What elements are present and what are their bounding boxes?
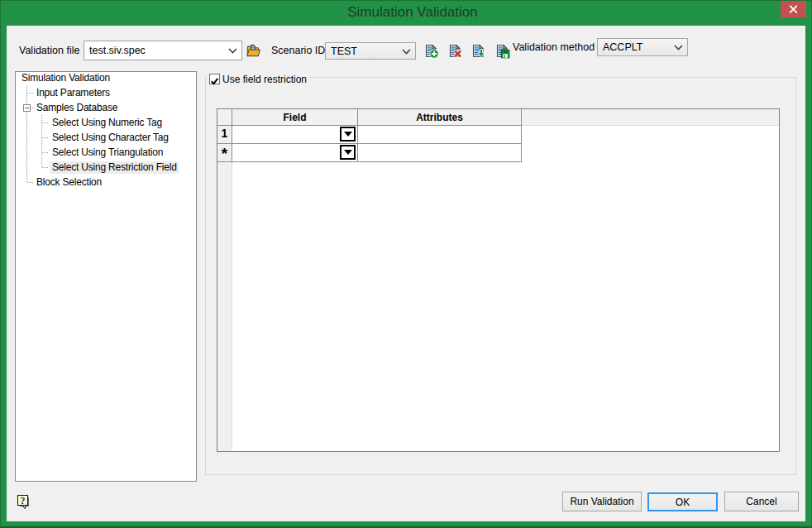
svg-text:?: ? <box>21 495 26 506</box>
